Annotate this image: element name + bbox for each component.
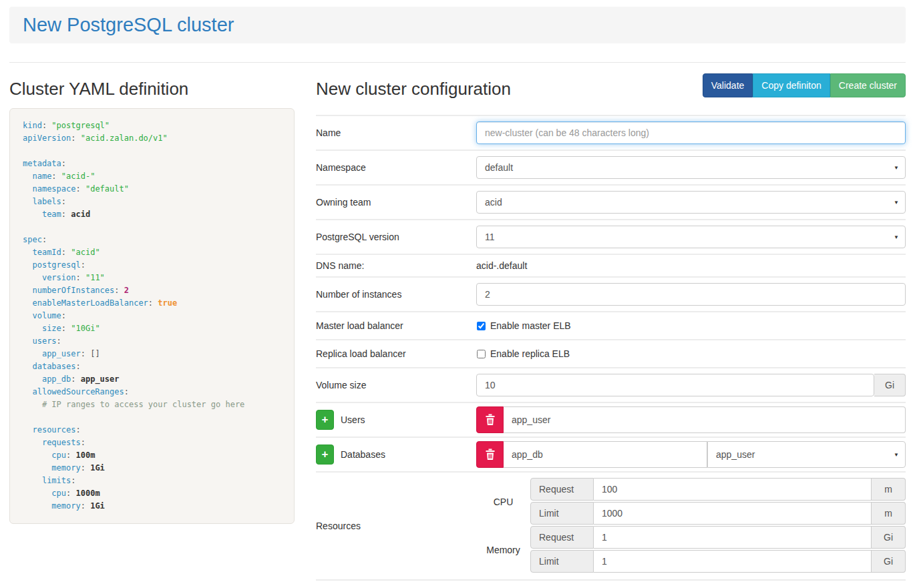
replica-elb-checkbox-label: Enable replica ELB <box>476 348 570 359</box>
yaml-line: cpu: 1000m <box>23 487 281 500</box>
yaml-line: postgresql: <box>23 259 281 272</box>
yaml-line: apiVersion: "acid.zalan.do/v1" <box>23 132 281 145</box>
yaml-line: size: "10Gi" <box>23 322 281 335</box>
trash-icon <box>485 414 496 426</box>
yaml-line: numberOfInstances: 2 <box>23 284 281 297</box>
yaml-line <box>23 221 281 234</box>
volume-label: Volume size <box>316 380 476 390</box>
cpu-label: CPU <box>476 478 530 526</box>
plus-icon: + <box>322 413 329 426</box>
action-button-group: Validate Copy definiton Create cluster <box>703 73 906 97</box>
form-row-volume: Volume size Gi <box>316 368 906 403</box>
replica-elb-checkbox[interactable] <box>477 350 486 358</box>
cpu-resource-group: CPU Request m Limit m <box>476 478 906 526</box>
yaml-column: Cluster YAML definition kind: "postgresq… <box>9 63 295 524</box>
form-row-instances: Number of instances <box>316 278 906 312</box>
yaml-line: enableMasterLoadBalancer: true <box>23 297 281 310</box>
yaml-line: resources: <box>23 424 281 436</box>
master-lb-label: Master load balancer <box>316 320 476 331</box>
yaml-line: requests: <box>23 436 281 449</box>
yaml-line: version: "11" <box>23 272 281 284</box>
trash-icon <box>485 449 496 461</box>
config-form: Name Namespace default ▼ <box>316 115 906 581</box>
yaml-line: app_user: [] <box>23 348 281 360</box>
yaml-line: spec: <box>23 234 281 246</box>
memory-limit-input[interactable] <box>594 550 872 573</box>
config-column: New cluster configuration Validate Copy … <box>316 63 906 581</box>
memory-resource-group: Memory Request Gi Limit Gi <box>476 526 906 574</box>
replica-lb-label: Replica load balancer <box>316 348 476 359</box>
memory-request-row: Request Gi <box>530 526 906 549</box>
name-label: Name <box>316 127 476 138</box>
memory-request-unit: Gi <box>872 526 906 549</box>
yaml-line: metadata: <box>23 158 281 170</box>
yaml-line: users: <box>23 335 281 348</box>
cpu-request-row: Request m <box>530 478 906 501</box>
form-row-pg-version: PostgreSQL version 11 ▼ <box>316 220 906 255</box>
main-content: Cluster YAML definition kind: "postgresq… <box>0 63 915 581</box>
form-row-owning-team: Owning team acid ▼ <box>316 186 906 220</box>
delete-database-button[interactable] <box>476 441 504 468</box>
yaml-line: teamId: "acid" <box>23 246 281 259</box>
add-database-button[interactable]: + <box>316 445 334 465</box>
yaml-line: databases: <box>23 360 281 373</box>
master-elb-checkbox[interactable] <box>477 322 486 330</box>
memory-request-addon: Request <box>530 526 594 549</box>
validate-button[interactable]: Validate <box>703 73 753 97</box>
yaml-line: app_db: app_user <box>23 373 281 386</box>
config-section-heading: New cluster configuration <box>316 79 511 99</box>
page-title: New PostgreSQL cluster <box>23 14 892 36</box>
cpu-request-addon: Request <box>530 478 594 501</box>
cpu-request-unit: m <box>872 478 906 501</box>
copy-definition-button[interactable]: Copy definiton <box>753 73 830 97</box>
form-row-replica-lb: Replica load balancer Enable replica ELB <box>316 340 906 368</box>
page-header: New PostgreSQL cluster <box>9 7 906 43</box>
yaml-line: memory: 1Gi <box>23 462 281 475</box>
database-name-input[interactable] <box>504 441 707 468</box>
form-row-resources: Resources CPU Request m Limit <box>316 473 906 581</box>
owning-team-select[interactable]: acid <box>476 191 906 214</box>
form-row-databases: + Databases <box>316 438 906 473</box>
cpu-limit-input[interactable] <box>594 502 872 525</box>
delete-user-button[interactable] <box>476 406 504 433</box>
create-cluster-button[interactable]: Create cluster <box>830 73 906 97</box>
add-user-button[interactable]: + <box>316 410 334 430</box>
yaml-line: kind: "postgresql" <box>23 119 281 132</box>
yaml-line: team: acid <box>23 208 281 221</box>
volume-unit-addon: Gi <box>874 374 906 396</box>
form-row-namespace: Namespace default ▼ <box>316 151 906 186</box>
yaml-line: labels: <box>23 196 281 208</box>
user-name-input[interactable] <box>504 406 906 433</box>
instances-label: Number of instances <box>316 289 476 300</box>
memory-limit-addon: Limit <box>530 550 594 573</box>
yaml-line: volume: <box>23 310 281 322</box>
postgresql-version-select[interactable]: 11 <box>476 226 906 248</box>
dns-label: DNS name: <box>316 260 476 271</box>
yaml-line: # IP ranges to access your cluster go he… <box>23 398 281 411</box>
yaml-section-heading: Cluster YAML definition <box>9 79 295 99</box>
memory-limit-row: Limit Gi <box>530 550 906 573</box>
form-row-name: Name <box>316 116 906 151</box>
database-owner-select[interactable]: app_user <box>707 441 906 468</box>
config-header: New cluster configuration Validate Copy … <box>316 63 906 108</box>
databases-label: Databases <box>341 449 385 460</box>
yaml-line: allowedSourceRanges: <box>23 386 281 398</box>
yaml-line: namespace: "default" <box>23 183 281 196</box>
resources-label: Resources <box>316 521 476 531</box>
form-row-master-lb: Master load balancer Enable master ELB <box>316 312 906 340</box>
name-input[interactable] <box>476 121 906 144</box>
form-row-dns: DNS name: acid-.default <box>316 255 906 278</box>
cpu-limit-row: Limit m <box>530 502 906 525</box>
pg-version-label: PostgreSQL version <box>316 232 476 242</box>
namespace-select[interactable]: default <box>476 156 906 179</box>
yaml-line: limits: <box>23 475 281 487</box>
cpu-request-input[interactable] <box>594 478 872 501</box>
instances-input[interactable] <box>476 283 906 306</box>
memory-request-input[interactable] <box>594 526 872 549</box>
form-row-users: + Users <box>316 403 906 438</box>
yaml-line: memory: 1Gi <box>23 500 281 513</box>
master-elb-checkbox-label: Enable master ELB <box>476 320 571 331</box>
volume-size-input[interactable] <box>476 374 874 396</box>
yaml-line: cpu: 100m <box>23 449 281 462</box>
users-label: Users <box>341 414 365 425</box>
